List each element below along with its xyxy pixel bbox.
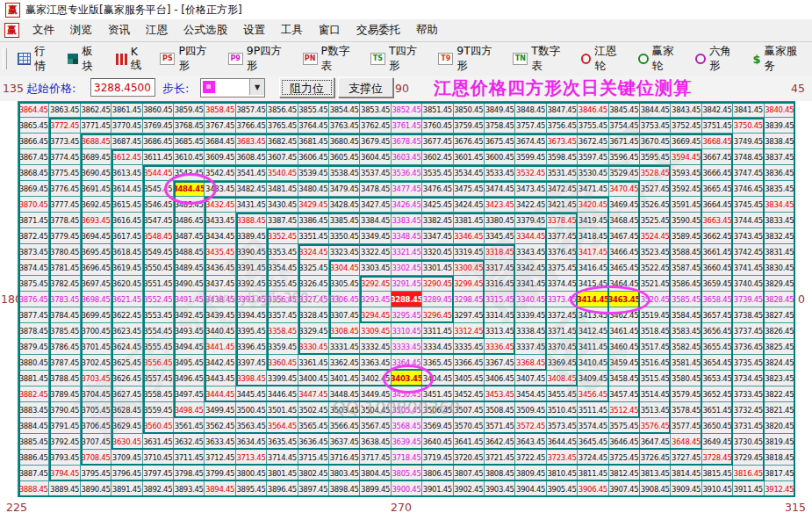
price-cell: 3488.45 <box>174 244 205 260</box>
price-cell: 3725.45 <box>609 450 640 466</box>
price-cell: 3366.45 <box>454 355 485 371</box>
document-logo-icon: 赢 <box>4 23 19 38</box>
menu-item-江恩[interactable]: 江恩 <box>138 23 176 38</box>
toolbar-button-赢家服务[interactable]: $赢家服务 <box>747 46 812 72</box>
price-cell: 3787.45 <box>49 355 80 371</box>
price-cell: 3689.45 <box>81 149 111 165</box>
price-cell: 3288.45 <box>392 292 422 307</box>
price-cell: 3592.45 <box>671 181 701 197</box>
menu-item-浏览[interactable]: 浏览 <box>62 23 100 38</box>
resistance-button[interactable]: 阻力位 <box>279 77 334 98</box>
price-cell: 3809.45 <box>515 466 546 481</box>
price-cell: 3697.45 <box>81 276 111 292</box>
price-cell: 3737.45 <box>733 323 764 339</box>
price-cell: 3493.45 <box>174 323 205 339</box>
price-cell: 3472.45 <box>547 181 578 197</box>
price-cell: 3831.45 <box>765 244 795 260</box>
price-cell: 3655.45 <box>702 339 733 355</box>
toolbar-button-P四方形[interactable]: PSP四方形 <box>154 46 221 72</box>
toolbar-button-9P四方形[interactable]: P99P四方形 <box>222 46 297 72</box>
price-cell: 3882.45 <box>18 386 49 402</box>
price-cell: 3491.45 <box>174 292 205 307</box>
angle-label-0: 0 <box>798 292 805 306</box>
window-titlebar: 赢 赢家江恩专业版[赢家服务平台] - [价格正方形] <box>0 0 812 20</box>
toolbar-button-T数字表[interactable]: TNT数字表 <box>507 46 574 72</box>
price-cell: 3825.45 <box>765 339 795 355</box>
price-cell: 3482.45 <box>236 181 267 197</box>
price-cell: 3679.45 <box>360 134 391 149</box>
price-cell: 3875.45 <box>18 276 49 292</box>
menu-item-帮助[interactable]: 帮助 <box>408 23 446 38</box>
price-cell: 3541.45 <box>236 165 267 181</box>
price-cell: 3422.45 <box>515 197 546 213</box>
toolbar-button-板块[interactable]: 板块 <box>61 46 109 72</box>
toolbar-button-赢家轮[interactable]: 赢家轮 <box>632 46 689 72</box>
price-cell: 3370.45 <box>547 339 578 355</box>
price-cell: 3891.45 <box>111 481 142 497</box>
price-cell: 3464.45 <box>609 276 640 292</box>
price-cell: 3791.45 <box>49 418 80 434</box>
menu-item-工具[interactable]: 工具 <box>273 23 311 38</box>
price-cell: 3733.45 <box>733 386 764 402</box>
menu-item-文件[interactable]: 文件 <box>25 23 62 38</box>
price-cell: 3390.45 <box>236 244 267 260</box>
price-cell: 3409.45 <box>578 371 608 386</box>
support-button[interactable]: 支撑位 <box>338 77 393 98</box>
price-cell: 3804.45 <box>360 466 391 481</box>
price-cell: 3598.45 <box>547 149 578 165</box>
price-cell: 3699.45 <box>81 307 111 323</box>
price-cell: 3823.45 <box>765 371 795 386</box>
price-cell: 3468.45 <box>609 213 640 228</box>
price-cell: 3459.45 <box>609 355 640 371</box>
menu-item-资讯[interactable]: 资讯 <box>100 23 138 38</box>
price-cell: 3690.45 <box>81 165 111 181</box>
price-cell: 3486.45 <box>174 213 205 228</box>
price-cell: 3539.45 <box>298 165 329 181</box>
price-cell: 3292.45 <box>360 276 391 292</box>
price-cell: 3832.45 <box>765 228 795 244</box>
price-cell: 3477.45 <box>392 181 422 197</box>
price-cell: 3702.45 <box>81 355 111 371</box>
price-cell: 3397.45 <box>236 355 267 371</box>
price-cell: 3616.45 <box>111 213 142 228</box>
price-cell: 3910.45 <box>702 481 733 497</box>
price-cell: 3641.45 <box>454 434 485 450</box>
menu-item-窗口[interactable]: 窗口 <box>311 23 349 38</box>
toolbar-button-六角形[interactable]: 六角形 <box>689 46 746 72</box>
price-cell: 3906.45 <box>578 481 608 497</box>
toolbar-button-P数字表[interactable]: PNP数字表 <box>297 46 364 72</box>
price-cell: 3908.45 <box>640 481 671 497</box>
price-cell: 3877.45 <box>18 307 49 323</box>
toolbar-button-9T四方形[interactable]: T99T四方形 <box>432 46 507 72</box>
price-cell: 3529.45 <box>609 165 640 181</box>
price-cell: 3606.45 <box>298 149 329 165</box>
price-cell: 3526.45 <box>640 197 671 213</box>
price-cell: 3507.45 <box>454 402 485 418</box>
price-cell: 3718.45 <box>392 450 422 466</box>
price-cell: 3561.45 <box>174 418 205 434</box>
price-cell: 3557.45 <box>143 371 174 386</box>
price-cell: 3714.45 <box>267 450 298 466</box>
price-cell: 3364.45 <box>392 355 422 371</box>
price-cell: 3793.45 <box>49 450 80 466</box>
price-cell: 3608.45 <box>236 149 267 165</box>
lbx: P9 <box>228 53 243 65</box>
start-price-label: 起始价格: <box>26 81 75 97</box>
price-cell: 3653.45 <box>702 371 733 386</box>
toolbar-button-行情[interactable]: 行情 <box>11 46 61 72</box>
price-cell: 3720.45 <box>454 450 485 466</box>
start-price-input[interactable] <box>90 78 155 97</box>
price-cell: 3774.45 <box>49 149 80 165</box>
toolbar-button-K线[interactable]: K线 <box>109 46 154 72</box>
chevron-down-icon[interactable]: ▼ <box>249 79 264 95</box>
menu-item-交易委托[interactable]: 交易委托 <box>349 23 408 38</box>
application-window: 赢 赢家江恩专业版[赢家服务平台] - [价格正方形] 赢 文件浏览资讯江恩公式… <box>0 0 812 520</box>
price-cell: 3870.45 <box>18 197 49 213</box>
toolbar-button-T四方形[interactable]: TST四方形 <box>364 46 432 72</box>
toolbar-button-江恩轮[interactable]: 江恩轮 <box>575 46 632 72</box>
menu-bar: 赢 文件浏览资讯江恩公式选股设置工具窗口交易委托帮助 <box>0 19 812 42</box>
price-cell: 3865.45 <box>18 118 49 134</box>
step-dropdown[interactable]: ▼ <box>200 78 265 98</box>
menu-item-设置[interactable]: 设置 <box>235 23 273 38</box>
menu-item-公式选股[interactable]: 公式选股 <box>176 23 235 38</box>
